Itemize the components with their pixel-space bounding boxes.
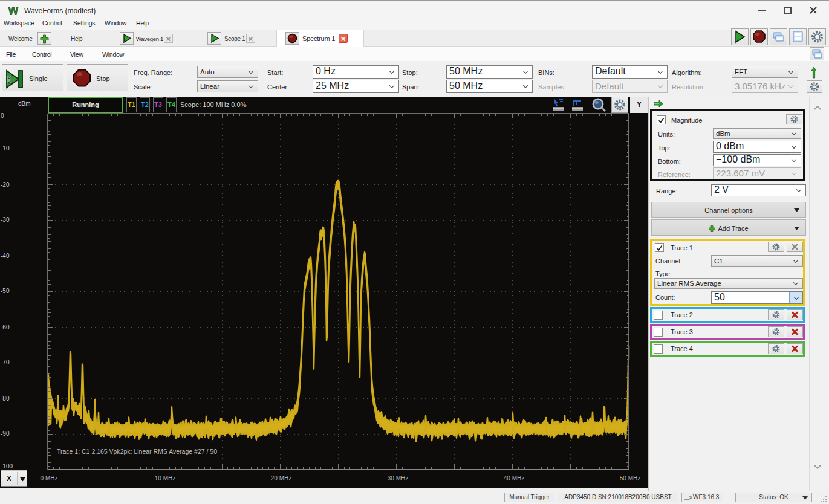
svg-text:1: 1	[8, 74, 13, 86]
